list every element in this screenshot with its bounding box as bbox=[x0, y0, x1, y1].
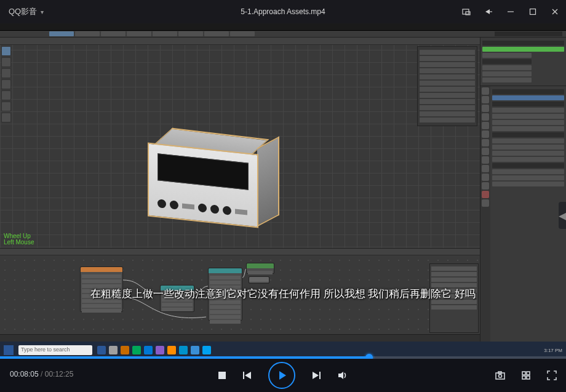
chevron-down-icon: ▾ bbox=[41, 9, 44, 15]
svg-rect-5 bbox=[530, 9, 536, 15]
time-sep: / bbox=[41, 370, 45, 378]
svg-rect-20 bbox=[522, 376, 525, 379]
player-controls: 00:08:05 / 00:12:25 bbox=[0, 359, 566, 392]
blender-screenshot: Wheel Up Left Mouse bbox=[0, 23, 566, 359]
svg-marker-2 bbox=[485, 9, 490, 14]
properties-tab-icons bbox=[480, 86, 490, 359]
svg-rect-9 bbox=[243, 372, 244, 379]
window-buttons bbox=[455, 0, 566, 23]
play-button[interactable] bbox=[268, 362, 295, 389]
app-name: QQ影音 bbox=[9, 6, 37, 17]
sidebar-toggle[interactable]: ◀ bbox=[559, 202, 566, 229]
start-button bbox=[4, 345, 14, 355]
svg-marker-11 bbox=[279, 371, 286, 380]
pin-button[interactable] bbox=[477, 0, 500, 23]
properties-panel bbox=[490, 86, 566, 359]
svg-rect-13 bbox=[319, 372, 321, 379]
right-column bbox=[480, 38, 566, 359]
n-panel bbox=[417, 46, 477, 126]
time-display: 00:08:05 / 00:12:25 bbox=[10, 370, 73, 378]
svg-rect-19 bbox=[527, 372, 530, 375]
video-surface[interactable]: Wheel Up Left Mouse bbox=[0, 23, 566, 359]
time-duration: 00:12:25 bbox=[45, 370, 74, 378]
minimize-button[interactable] bbox=[500, 0, 522, 23]
taskbar-search: Type here to search bbox=[18, 345, 92, 355]
volume-button[interactable] bbox=[337, 370, 348, 380]
settings-button[interactable] bbox=[520, 370, 532, 381]
svg-point-16 bbox=[499, 375, 502, 378]
subtitle-text: 在粗糙度上做一些改动注意到它对它没有任何作用 所以我想 我们稍后再删除它 好吗 bbox=[90, 287, 476, 301]
maximize-button[interactable] bbox=[522, 0, 544, 23]
mini-mode-button[interactable] bbox=[455, 0, 477, 23]
file-title: 5-1.Approach Assets.mp4 bbox=[241, 7, 325, 16]
time-current: 00:08:05 bbox=[10, 370, 39, 378]
operator-overlay: Wheel Up Left Mouse bbox=[4, 233, 34, 246]
toolbar-left bbox=[1, 46, 11, 124]
titlebar: QQ影音 ▾ 5-1.Approach Assets.mp4 bbox=[0, 0, 566, 23]
svg-rect-18 bbox=[522, 372, 525, 375]
close-button[interactable] bbox=[544, 0, 566, 23]
outliner bbox=[480, 38, 566, 86]
stop-button[interactable] bbox=[218, 371, 226, 380]
svg-rect-8 bbox=[218, 372, 226, 379]
svg-marker-14 bbox=[338, 372, 343, 379]
fullscreen-button[interactable] bbox=[546, 370, 557, 381]
model-amplifier bbox=[148, 130, 283, 228]
blender-titlebar bbox=[0, 23, 566, 31]
blender-workspace-tabs bbox=[0, 31, 566, 38]
prev-button[interactable] bbox=[242, 371, 252, 380]
app-brand[interactable]: QQ影音 ▾ bbox=[0, 6, 52, 17]
next-button[interactable] bbox=[311, 371, 321, 380]
svg-marker-10 bbox=[245, 372, 251, 379]
blender-statusbar bbox=[0, 334, 480, 342]
snapshot-button[interactable] bbox=[495, 370, 506, 381]
svg-marker-12 bbox=[313, 372, 319, 379]
taskbar-clock: 3:17 PM bbox=[544, 348, 562, 353]
viewport-3d: Wheel Up Left Mouse bbox=[0, 38, 480, 248]
svg-rect-21 bbox=[527, 376, 530, 379]
